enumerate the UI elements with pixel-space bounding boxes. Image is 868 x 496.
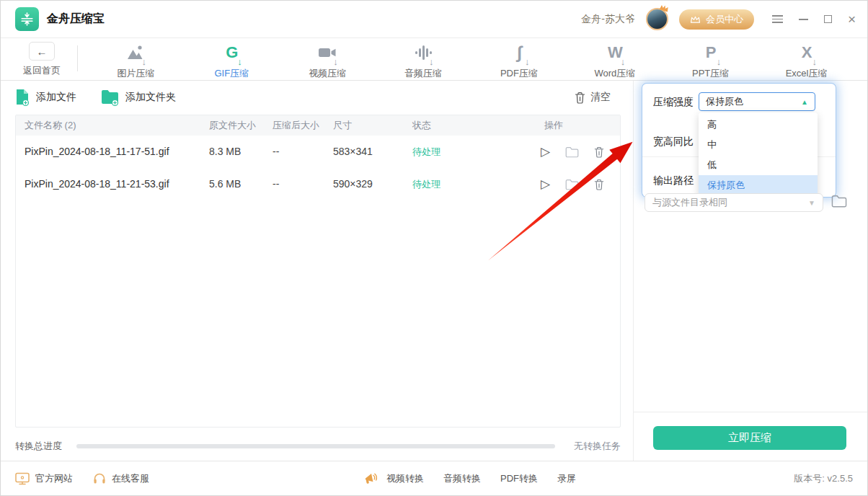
down-arrow-icon: ↓	[429, 56, 434, 67]
dropdown-option-low[interactable]: 低	[699, 155, 818, 175]
dropdown-option-high[interactable]: 高	[699, 115, 818, 135]
header-filename: 文件名称 (2)	[25, 115, 76, 136]
navbar: ← 返回首页 ↓ 图片压缩 G ↓ GIF压缩	[1, 38, 867, 81]
version-label: 版本号: v2.5.5	[794, 472, 853, 485]
member-center-button[interactable]: 会员中心	[679, 9, 754, 30]
close-button[interactable]: ×	[848, 12, 856, 26]
tab-excel-compress[interactable]: X ↓ Excel压缩	[781, 41, 833, 80]
tab-gif-compress[interactable]: G ↓ GIF压缩	[205, 41, 257, 80]
file-orig-size: 5.6 MB	[209, 168, 241, 200]
file-dimensions: 590×329	[333, 168, 373, 200]
file-name: PixPin_2024-08-18_11-21-53.gif	[25, 168, 169, 200]
status-badge: 待处理	[412, 168, 440, 200]
clear-list-button[interactable]: 清空	[575, 91, 611, 104]
open-folder-icon[interactable]	[565, 146, 579, 158]
word-icon: W	[608, 43, 622, 62]
add-file-icon	[15, 89, 30, 106]
down-arrow-icon: ↓	[525, 56, 530, 67]
down-arrow-icon: ↓	[237, 56, 242, 67]
video-convert-link[interactable]: 视频转换	[386, 472, 424, 485]
delete-icon[interactable]	[594, 179, 604, 190]
dropdown-option-keep-color[interactable]: 保持原色	[699, 175, 818, 195]
progress-row: 转换总进度 无转换任务	[15, 432, 621, 461]
tab-audio-compress[interactable]: ↓ 音频压缩	[397, 41, 449, 80]
strength-select[interactable]: 保持原色 ▲	[699, 92, 815, 111]
delete-icon[interactable]	[594, 146, 604, 158]
file-name: PixPin_2024-08-18_11-17-51.gif	[25, 136, 169, 168]
back-home-button[interactable]: ← 返回首页	[14, 38, 70, 80]
online-support-link[interactable]: 在线客服	[93, 472, 149, 485]
screen-record-link[interactable]: 录屏	[557, 472, 576, 485]
progress-label: 转换总进度	[15, 440, 62, 453]
down-arrow-icon: ↓	[333, 56, 338, 67]
minimize-button[interactable]	[799, 19, 808, 20]
tab-image-compress[interactable]: ↓ 图片压缩	[110, 41, 161, 80]
trash-icon	[575, 92, 585, 104]
gif-icon: G	[226, 43, 237, 62]
avatar[interactable]	[646, 8, 668, 30]
official-site-label: 官方网站	[35, 472, 73, 485]
member-center-label: 会员中心	[706, 13, 743, 26]
nav-divider	[77, 45, 78, 71]
back-arrow-icon: ←	[37, 45, 48, 58]
status-badge: 待处理	[412, 136, 440, 168]
add-file-button[interactable]: 添加文件	[15, 89, 76, 106]
compress-now-button[interactable]: 立即压缩	[653, 426, 846, 450]
pdf-convert-link[interactable]: PDF转换	[500, 472, 538, 485]
down-arrow-icon: ↓	[141, 56, 146, 67]
play-icon[interactable]: ▷	[541, 168, 550, 200]
app-logo-icon	[15, 7, 39, 31]
header-comp-size: 压缩后大小	[273, 115, 319, 136]
file-toolbar: 添加文件 添加文件夹 清空	[15, 82, 621, 112]
app-title: 金舟压缩宝	[47, 12, 105, 27]
tab-ppt-compress[interactable]: P ↓ PPT压缩	[685, 41, 737, 80]
tab-word-compress[interactable]: W ↓ Word压缩	[589, 41, 641, 80]
dropdown-option-medium[interactable]: 中	[699, 135, 818, 155]
file-list: 文件名称 (2) 原文件大小 压缩后大小 尺寸 状态 操作 PixPin_202…	[15, 115, 621, 428]
official-site-link[interactable]: 官方网站	[15, 472, 73, 485]
add-folder-button[interactable]: 添加文件夹	[101, 89, 176, 106]
file-comp-size: --	[273, 168, 279, 200]
maximize-button[interactable]	[824, 15, 832, 23]
menu-button[interactable]	[772, 15, 783, 23]
file-dimensions: 583×341	[333, 136, 373, 168]
online-support-label: 在线客服	[112, 472, 149, 485]
output-path-label: 输出路径	[653, 174, 694, 187]
monitor-icon	[15, 472, 30, 485]
progress-status: 无转换任务	[574, 440, 621, 453]
avatar-crown-icon	[659, 3, 670, 13]
down-triangle-icon: ▼	[808, 199, 815, 207]
add-file-label: 添加文件	[36, 91, 76, 104]
play-icon[interactable]: ▷	[541, 136, 550, 168]
pen-icon: ∫	[517, 43, 521, 63]
table-row: PixPin_2024-08-18_11-17-51.gif 8.3 MB --…	[16, 136, 620, 168]
down-arrow-icon: ↓	[812, 56, 818, 67]
tab-video-compress[interactable]: ↓ 视频压缩	[301, 41, 353, 80]
header-dimensions: 尺寸	[333, 115, 352, 136]
excel-icon: X	[802, 43, 812, 62]
progress-bar	[76, 444, 555, 448]
strength-label: 压缩强度	[653, 96, 694, 109]
browse-folder-icon[interactable]	[831, 195, 847, 208]
down-arrow-icon: ↓	[717, 56, 722, 67]
crown-icon	[690, 15, 701, 24]
header-actions: 操作	[544, 115, 563, 136]
output-path-value: 与源文件目录相同	[652, 196, 727, 209]
tab-pdf-compress[interactable]: ∫ ↓ PDF压缩	[493, 41, 545, 80]
output-path-select[interactable]: 与源文件目录相同 ▼	[645, 193, 823, 212]
file-list-header: 文件名称 (2) 原文件大小 压缩后大小 尺寸 状态 操作	[16, 115, 620, 136]
header-orig-size: 原文件大小	[209, 115, 256, 136]
panel-separator	[634, 412, 868, 412]
open-folder-icon[interactable]	[565, 179, 579, 190]
file-comp-size: --	[273, 136, 279, 168]
strength-value: 保持原色	[706, 95, 743, 108]
audio-convert-link[interactable]: 音频转换	[443, 472, 481, 485]
file-orig-size: 8.3 MB	[209, 136, 241, 168]
settings-panel: 压缩强度 保持原色 ▲ 宽高同比 输出路径 高 中 低 保持原色 与源文件目录相…	[634, 81, 868, 462]
table-row: PixPin_2024-08-18_11-21-53.gif 5.6 MB --…	[16, 168, 620, 200]
strength-dropdown: 高 中 低 保持原色	[699, 112, 818, 197]
down-arrow-icon: ↓	[621, 56, 626, 67]
titlebar: 金舟压缩宝 金舟-苏大爷 会员中心 ×	[1, 1, 867, 38]
add-folder-icon	[101, 89, 119, 106]
clear-list-label: 清空	[590, 91, 611, 104]
